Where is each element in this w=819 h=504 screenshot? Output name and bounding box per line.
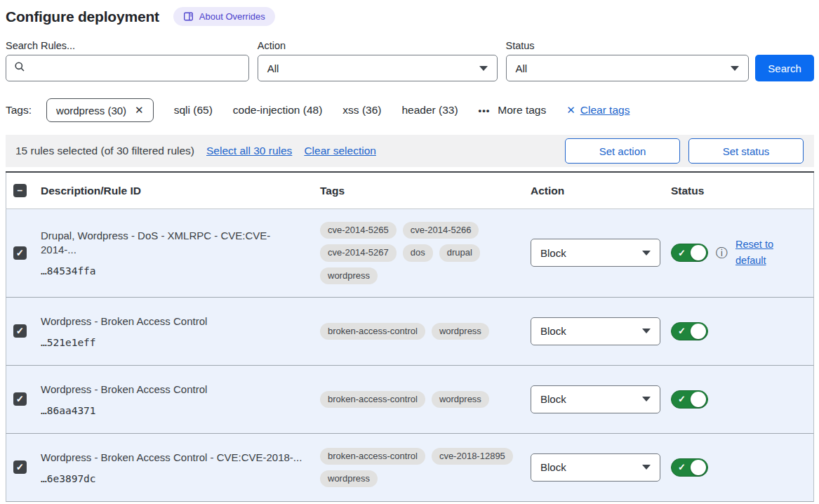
configure-deployment-page: Configure deployment About Overrides Sea…	[0, 0, 819, 502]
status-toggle[interactable]: ✓	[671, 244, 708, 262]
more-tags-label: More tags	[498, 104, 546, 117]
reset-to-default-link[interactable]: Reset to default	[735, 237, 782, 269]
status-toggle[interactable]: ✓	[671, 390, 708, 409]
tag-pill: cve-2014-5265	[320, 222, 397, 239]
rule-tags: cve-2014-5265cve-2014-5266cve-2014-5267d…	[320, 222, 531, 284]
search-input[interactable]	[32, 62, 241, 75]
select-all-rules-link[interactable]: Select all 30 rules	[206, 145, 292, 157]
action-dropdown[interactable]: Block	[531, 385, 660, 413]
check-icon: ✓	[678, 394, 686, 404]
search-rules-label: Search Rules...	[6, 40, 249, 51]
toggle-knob	[691, 245, 706, 260]
select-all-checkbox[interactable]: −	[13, 184, 27, 197]
tag-pill: dos	[403, 244, 433, 261]
row-checkbox[interactable]: ✓	[13, 246, 27, 260]
table-row: ✓ Wordpress - Broken Access Control …86a…	[6, 366, 814, 434]
status-filter-select[interactable]: All	[506, 55, 750, 81]
page-header: Configure deployment About Overrides	[6, 7, 814, 26]
row-checkbox[interactable]: ✓	[13, 324, 27, 338]
action-filter-select[interactable]: All	[258, 55, 498, 81]
indeterminate-icon: −	[18, 186, 23, 196]
rule-description: Wordpress - Broken Access Control	[41, 314, 305, 329]
ellipsis-icon: •••	[479, 105, 491, 116]
rule-id: …6e3897dc	[41, 473, 305, 484]
col-status: Status	[671, 185, 813, 197]
chevron-down-icon	[479, 66, 488, 71]
chevron-down-icon	[642, 397, 651, 402]
check-icon: ✓	[678, 248, 686, 258]
tag-pill: broken-access-control	[320, 323, 425, 340]
selected-tag-wordpress[interactable]: wordpress (30) ✕	[46, 98, 154, 122]
status-filter-value: All	[516, 62, 528, 74]
tag-option[interactable]: code-injection (48)	[233, 104, 323, 117]
action-dropdown-value: Block	[540, 461, 566, 473]
tag-pill: wordpress	[432, 391, 489, 408]
status-toggle[interactable]: ✓	[671, 322, 708, 340]
selection-summary: 15 rules selected (of 30 filtered rules)	[15, 145, 194, 157]
row-checkbox[interactable]: ✓	[13, 460, 27, 474]
tag-option[interactable]: header (33)	[401, 104, 458, 117]
check-icon: ✓	[16, 326, 24, 336]
close-icon: ✕	[566, 104, 575, 117]
chevron-down-icon	[642, 329, 651, 333]
selected-tag-label: wordpress (30)	[56, 105, 126, 117]
tag-pill: wordpress	[320, 470, 378, 487]
table-row: ✓ Drupal, Wordpress - DoS - XMLRPC - CVE…	[6, 209, 814, 298]
col-action: Action	[531, 185, 671, 197]
search-icon	[14, 61, 25, 75]
action-dropdown[interactable]: Block	[531, 239, 660, 267]
tags-label: Tags:	[6, 104, 32, 117]
rule-description: Wordpress - Broken Access Control	[41, 383, 305, 397]
table-body: ✓ Drupal, Wordpress - DoS - XMLRPC - CVE…	[6, 209, 814, 502]
about-overrides-label: About Overrides	[199, 11, 265, 22]
tag-pill: broken-access-control	[320, 448, 425, 465]
search-input-box	[6, 55, 249, 81]
action-dropdown-value: Block	[540, 247, 566, 259]
remove-tag-icon[interactable]: ✕	[135, 104, 144, 117]
tag-pill: cve-2014-5267	[320, 244, 397, 261]
tag-pill: drupal	[439, 244, 480, 261]
action-filter-value: All	[267, 62, 279, 74]
col-tags: Tags	[320, 185, 531, 197]
check-icon: ✓	[16, 248, 24, 258]
toggle-knob	[691, 460, 706, 475]
more-tags-button[interactable]: ••• More tags	[479, 104, 547, 117]
clear-tags-label: Clear tags	[580, 104, 630, 117]
rule-id: …521e1eff	[41, 337, 305, 348]
action-dropdown[interactable]: Block	[531, 317, 660, 345]
rule-description: Wordpress - Broken Access Control - CVE:…	[41, 451, 305, 465]
rule-id: …86aa4371	[41, 405, 305, 416]
check-icon: ✓	[678, 463, 686, 472]
filters-bar: Search Rules... Action All Status	[6, 40, 814, 81]
status-toggle[interactable]: ✓	[671, 458, 708, 477]
info-icon[interactable]: ⓘ	[716, 247, 728, 259]
tag-option[interactable]: xss (36)	[342, 104, 381, 117]
table-row: ✓ Wordpress - Broken Access Control - CV…	[6, 434, 814, 502]
toggle-knob	[691, 392, 706, 407]
chevron-down-icon	[642, 465, 651, 470]
rule-id: …84534ffa	[41, 265, 305, 277]
check-icon: ✓	[16, 394, 24, 404]
action-dropdown[interactable]: Block	[531, 453, 660, 482]
clear-tags-button[interactable]: ✕ Clear tags	[566, 104, 630, 117]
set-status-button[interactable]: Set status	[688, 138, 804, 164]
about-overrides-badge[interactable]: About Overrides	[173, 7, 275, 26]
rule-tags: broken-access-controlwordpress	[320, 391, 531, 408]
chevron-down-icon	[731, 66, 739, 71]
status-filter-label: Status	[506, 40, 750, 51]
tags-bar: Tags: wordpress (30) ✕ sqli (65)code-inj…	[6, 98, 814, 122]
set-action-button[interactable]: Set action	[565, 138, 680, 164]
tag-pill: cve-2014-5266	[403, 222, 479, 239]
selection-bar: 15 rules selected (of 30 filtered rules)…	[6, 135, 814, 167]
tag-pill: broken-access-control	[320, 391, 425, 408]
rule-tags: broken-access-controlcve-2018-12895wordp…	[320, 448, 531, 488]
table-header: − Description/Rule ID Tags Action Status	[6, 173, 814, 209]
row-checkbox[interactable]: ✓	[13, 392, 27, 406]
search-button[interactable]: Search	[755, 55, 814, 81]
col-description: Description/Rule ID	[41, 185, 320, 197]
tag-option[interactable]: sqli (65)	[174, 104, 213, 117]
book-icon	[183, 11, 194, 22]
action-dropdown-value: Block	[540, 325, 566, 337]
clear-selection-link[interactable]: Clear selection	[304, 145, 376, 157]
check-icon: ✓	[16, 463, 24, 472]
